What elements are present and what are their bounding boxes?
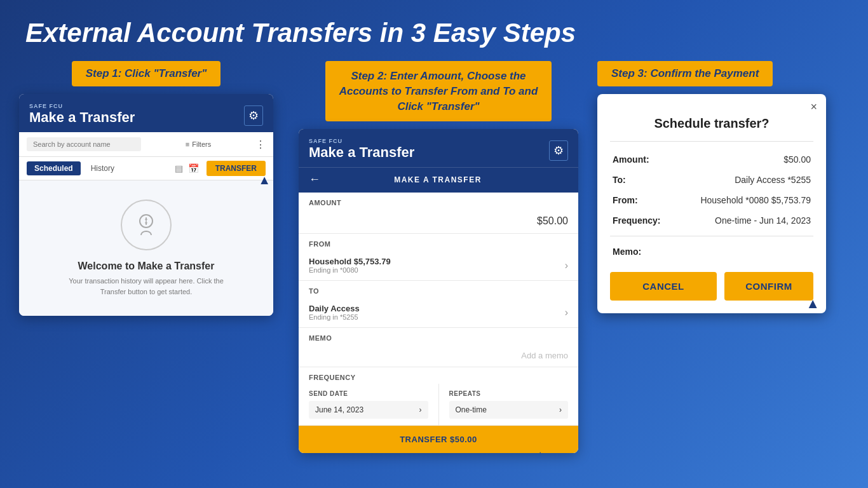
step1-toolbar: ≡ Filters ⋮ <box>19 132 273 157</box>
to-account-name: Daily Access <box>309 304 360 313</box>
memo-placeholder[interactable]: Add a memo <box>309 351 568 360</box>
step1-mockup: SAFE FCU Make a Transfer ⚙ ≡ Filters ⋮ S… <box>19 94 273 316</box>
dialog-divider <box>610 141 813 142</box>
send-date-chevron: › <box>419 405 422 414</box>
dialog-amount-row: Amount: $50.00 <box>597 149 826 170</box>
to-select-row[interactable]: Daily Access Ending in *5255 › <box>299 297 578 328</box>
amount-label: AMOUNT <box>299 193 578 209</box>
step1-label: Step 1: Click "Transfer" <box>72 61 221 86</box>
send-date-label: SEND DATE <box>309 390 428 397</box>
repeats-col: REPEATS One-time › <box>439 384 579 425</box>
step3-label: Step 3: Confirm the Payment <box>597 61 773 86</box>
step1-header: SAFE FCU Make a Transfer ⚙ <box>19 94 273 132</box>
more-options-button[interactable]: ⋮ <box>255 139 266 151</box>
step1-app-title: Make a Transfer <box>29 109 135 126</box>
dialog-to-label: To: <box>613 175 670 185</box>
from-label: FROM <box>299 234 578 250</box>
cursor-arrow2-icon: ▲ <box>534 448 546 453</box>
search-input[interactable] <box>27 137 141 151</box>
transfer-icon <box>121 200 172 250</box>
memo-section: MEMO Add a memo <box>299 328 578 367</box>
repeats-chevron: › <box>559 405 562 414</box>
from-account-name: Household $5,753.79 <box>309 257 391 266</box>
amount-value: $50.00 <box>438 215 568 227</box>
step1-app-name: SAFE FCU <box>29 103 135 109</box>
frequency-section: FREQUENCY SEND DATE June 14, 2023 › REPE… <box>299 367 578 426</box>
dialog-to-value: Daily Access *5255 <box>735 175 811 185</box>
frequency-label: FREQUENCY <box>299 367 578 384</box>
filter-icon: ≡ <box>186 140 189 148</box>
step2-app-name: SAFE FCU <box>309 138 414 144</box>
repeats-input[interactable]: One-time › <box>449 401 569 419</box>
step1-tab-bar: Scheduled History ▤ 📅 TRANSFER ▲ <box>19 157 273 180</box>
memo-input-row: Add a memo <box>299 344 578 367</box>
cancel-button[interactable]: CANCEL <box>610 272 717 301</box>
from-select-row[interactable]: Household $5,753.79 Ending in *0080 › <box>299 250 578 281</box>
calendar-icon[interactable]: 📅 <box>188 163 199 173</box>
memo-label: MEMO <box>299 328 578 344</box>
from-section: FROM Household $5,753.79 Ending in *0080… <box>299 234 578 281</box>
gear-icon[interactable]: ⚙ <box>244 105 263 126</box>
dialog-memo-label: Memo: <box>613 247 670 257</box>
welcome-subtitle: Your transaction history will appear her… <box>64 276 229 297</box>
dialog-from-label: From: <box>613 195 670 205</box>
step2-header: SAFE FCU Make a Transfer ⚙ <box>299 129 578 167</box>
send-date-col: SEND DATE June 14, 2023 › <box>299 384 439 425</box>
dialog-header: × <box>597 94 826 116</box>
dialog-from-row: From: Household *0080 $5,753.79 <box>597 190 826 210</box>
step2-gear-icon[interactable]: ⚙ <box>549 140 568 161</box>
tab-icons: ▤ 📅 TRANSFER ▲ <box>175 161 266 176</box>
dialog-buttons: CANCEL CONFIRM ▲ <box>597 262 826 313</box>
dialog-divider2 <box>610 236 813 236</box>
dialog-memo-row: Memo: <box>597 241 826 262</box>
step2-app-title: Make a Transfer <box>309 144 414 161</box>
to-chevron-icon: › <box>565 307 568 318</box>
from-account-sub: Ending in *0080 <box>309 266 391 274</box>
to-section: TO Daily Access Ending in *5255 › <box>299 281 578 328</box>
repeats-label: REPEATS <box>449 390 569 397</box>
tab-history[interactable]: History <box>83 161 122 175</box>
welcome-title: Welcome to Make a Transfer <box>78 261 215 272</box>
cursor-arrow3-icon: ▲ <box>806 295 820 312</box>
step1-body: Welcome to Make a Transfer Your transact… <box>19 180 273 316</box>
step2-nav-bar: ← MAKE A TRANSFER <box>299 167 578 193</box>
dialog-title: Schedule transfer? <box>597 116 826 141</box>
from-chevron-icon: › <box>565 260 568 271</box>
step2-mockup: SAFE FCU Make a Transfer ⚙ ← MAKE A TRAN… <box>299 129 578 453</box>
dialog-amount-value: $50.00 <box>783 154 811 165</box>
filters-button[interactable]: ≡ Filters <box>186 140 211 148</box>
step2-section: Step 2: Enter Amount, Choose the Account… <box>292 61 585 453</box>
to-account-sub: Ending in *5255 <box>309 313 360 321</box>
confirm-dialog: × Schedule transfer? Amount: $50.00 To: … <box>597 94 826 313</box>
dialog-from-value: Household *0080 $5,753.79 <box>700 195 811 205</box>
close-button[interactable]: × <box>810 100 817 114</box>
page-title: External Account Transfers in 3 Easy Ste… <box>0 0 868 61</box>
dialog-to-row: To: Daily Access *5255 <box>597 170 826 190</box>
dialog-frequency-row: Frequency: One-time - Jun 14, 2023 <box>597 210 826 231</box>
cursor-arrow-icon: ▲ <box>258 173 271 187</box>
dialog-frequency-label: Frequency: <box>613 215 670 226</box>
frequency-row: SEND DATE June 14, 2023 › REPEATS One-ti… <box>299 384 578 426</box>
step2-label: Step 2: Enter Amount, Choose the Account… <box>325 61 552 121</box>
step3-section: Step 3: Confirm the Payment × Schedule t… <box>597 61 855 313</box>
list-view-icon[interactable]: ▤ <box>175 163 183 173</box>
transfer-button[interactable]: TRANSFER <box>207 161 266 176</box>
confirm-button[interactable]: CONFIRM <box>724 272 813 301</box>
dialog-frequency-value: One-time - Jun 14, 2023 <box>715 215 811 226</box>
tab-group: Scheduled History <box>27 161 122 175</box>
step1-section: Step 1: Click "Transfer" SAFE FCU Make a… <box>13 61 280 316</box>
amount-input-row: $50.00 <box>299 209 578 234</box>
to-label: TO <box>299 281 578 297</box>
send-date-input[interactable]: June 14, 2023 › <box>309 401 428 419</box>
amount-section: AMOUNT $50.00 <box>299 193 578 234</box>
tab-scheduled[interactable]: Scheduled <box>27 161 81 175</box>
dialog-amount-label: Amount: <box>613 154 670 165</box>
back-button[interactable]: ← <box>309 173 320 186</box>
step2-nav-label: MAKE A TRANSFER <box>320 175 555 184</box>
